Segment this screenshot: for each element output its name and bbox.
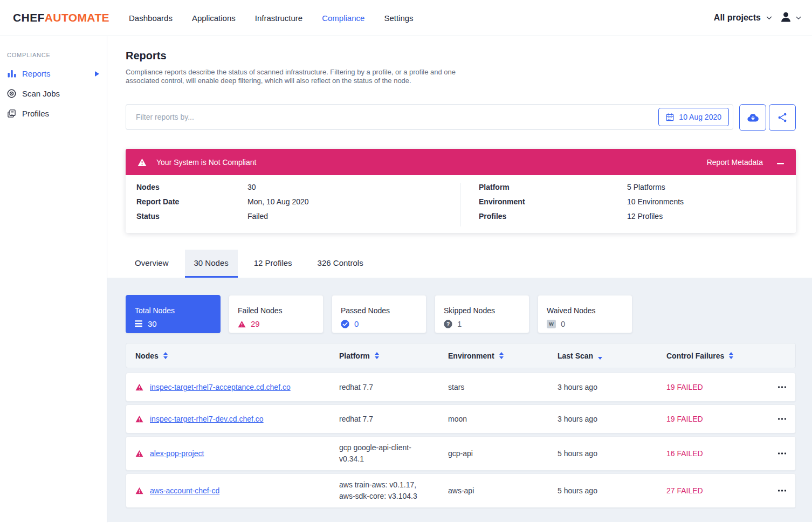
- warning-icon: [238, 320, 246, 328]
- table-row: inspec-target-rhel7-acceptance.cd.chef.c…: [126, 373, 796, 402]
- chevron-down-icon: [766, 16, 772, 20]
- node-environment: moon: [448, 415, 558, 423]
- topnav-right-controls: All projects: [714, 11, 801, 25]
- report-metadata-label[interactable]: Report Metadata: [707, 158, 763, 167]
- stat-card-skipped-nodes[interactable]: Skipped Nodes ? 1: [435, 295, 529, 333]
- tab-30-nodes[interactable]: 30 Nodes: [185, 250, 238, 278]
- row-menu-button[interactable]: [777, 415, 787, 423]
- user-menu-button[interactable]: [780, 11, 801, 25]
- ellipsis-icon: [778, 418, 786, 420]
- sort-icon: [375, 352, 379, 359]
- node-link[interactable]: alex-pop-project: [150, 449, 204, 458]
- nav-item-applications[interactable]: Applications: [192, 13, 236, 23]
- row-menu-button[interactable]: [777, 450, 787, 457]
- metadata-value: Failed: [247, 212, 268, 221]
- column-header-label: Nodes: [135, 352, 159, 360]
- metadata-row-nodes: Nodes 30: [136, 183, 460, 192]
- table-row: aws-account-chef-cd aws train-aws: v0.1.…: [126, 473, 796, 508]
- stat-card-total-nodes[interactable]: Total Nodes 30: [126, 295, 221, 333]
- node-status-failed-icon: [135, 415, 150, 423]
- reports-header-section: Reports Compliance reports describe the …: [107, 36, 812, 278]
- tab-12-profiles[interactable]: 12 Profiles: [245, 250, 301, 278]
- metadata-label: Environment: [479, 197, 627, 207]
- nodes-table: Nodes Platform Environment Last Scan Con…: [126, 343, 796, 508]
- date-picker-label: 10 Aug 2020: [679, 113, 721, 121]
- main-content: Reports Compliance reports describe the …: [107, 36, 812, 523]
- metadata-row-platform: Platform 5 Platforms: [479, 183, 796, 192]
- projects-filter-button[interactable]: All projects: [714, 13, 772, 23]
- stat-card-value: 0: [354, 319, 359, 328]
- row-menu-button[interactable]: [777, 383, 787, 391]
- stat-card-failed-nodes[interactable]: Failed Nodes 29: [229, 295, 324, 333]
- column-header-last-scan[interactable]: Last Scan: [558, 352, 666, 360]
- metadata-value: 10 Environments: [627, 197, 684, 207]
- column-header-nodes[interactable]: Nodes: [135, 352, 339, 360]
- sidebar-item-reports[interactable]: Reports: [0, 64, 107, 84]
- node-status-cards: Total Nodes 30 Failed Nodes 29 Passed No…: [126, 295, 796, 333]
- node-platform: redhat 7.7: [339, 414, 430, 425]
- report-summary-card: Your System is Not Compliant Report Meta…: [126, 149, 796, 233]
- column-header-environment[interactable]: Environment: [448, 352, 558, 360]
- report-metadata-panel: Nodes 30 Report Date Mon, 10 Aug 2020 St…: [126, 175, 796, 233]
- node-environment: aws-api: [448, 486, 558, 495]
- collapse-metadata-button[interactable]: [777, 156, 784, 168]
- tab-overview[interactable]: Overview: [126, 250, 178, 278]
- calendar-icon: [666, 113, 674, 121]
- stat-card-passed-nodes[interactable]: Passed Nodes 0: [332, 295, 426, 333]
- ellipsis-icon: [778, 490, 786, 492]
- filter-reports-input[interactable]: [126, 105, 658, 129]
- node-link[interactable]: aws-account-chef-cd: [150, 486, 219, 495]
- column-header-control-failures[interactable]: Control Failures: [666, 352, 768, 360]
- chef-automate-logo[interactable]: CHEFAUTOMATE: [13, 11, 109, 24]
- question-circle-icon: ?: [444, 320, 452, 328]
- chevron-down-icon: [796, 16, 801, 20]
- metadata-label: Profiles: [479, 212, 627, 221]
- node-link[interactable]: inspec-target-rhel7-acceptance.cd.chef.c…: [150, 383, 291, 391]
- metadata-value: Mon, 10 Aug 2020: [247, 197, 309, 207]
- metadata-row-environment: Environment 10 Environments: [479, 197, 796, 207]
- stat-card-label: Total Nodes: [135, 306, 220, 315]
- stat-card-label: Passed Nodes: [341, 306, 426, 315]
- nav-item-compliance[interactable]: Compliance: [322, 13, 364, 23]
- arrow-right-icon: [95, 71, 99, 77]
- nav-item-infrastructure[interactable]: Infrastructure: [255, 13, 302, 23]
- stat-card-waived-nodes[interactable]: Waived Nodes w 0: [538, 295, 632, 333]
- download-report-button[interactable]: [739, 104, 766, 131]
- nav-item-dashboards[interactable]: Dashboards: [129, 13, 173, 23]
- share-report-button[interactable]: [769, 104, 796, 131]
- column-header-platform[interactable]: Platform: [339, 352, 448, 360]
- sidebar-item-label: Scan Jobs: [22, 89, 60, 98]
- filter-toolbar: 10 Aug 2020: [126, 104, 796, 131]
- warning-icon: [137, 158, 147, 167]
- sidebar-item-scan-jobs[interactable]: Scan Jobs: [0, 84, 107, 104]
- sidebar-section-label: COMPLIANCE: [7, 52, 107, 58]
- table-row: alex-pop-project gcp google-api-client-v…: [126, 436, 796, 471]
- row-menu-button[interactable]: [777, 487, 787, 494]
- node-control-failures: 19 FAILED: [666, 383, 768, 391]
- date-picker-button[interactable]: 10 Aug 2020: [658, 108, 729, 126]
- sort-icon: [499, 352, 504, 359]
- sort-icon: [163, 352, 168, 359]
- stat-card-label: Skipped Nodes: [444, 306, 529, 315]
- metadata-value: 5 Platforms: [627, 183, 665, 192]
- tab-326-controls[interactable]: 326 Controls: [308, 250, 373, 278]
- node-control-failures: 16 FAILED: [666, 449, 768, 458]
- filter-bar: 10 Aug 2020: [126, 104, 733, 130]
- node-link[interactable]: inspec-target-rhel7-dev.cd.chef.co: [150, 415, 264, 423]
- ellipsis-icon: [778, 386, 786, 388]
- node-last-scan: 3 hours ago: [558, 383, 666, 391]
- stat-card-value: 30: [148, 319, 157, 328]
- node-status-failed-icon: [135, 487, 150, 494]
- nav-item-settings[interactable]: Settings: [384, 13, 413, 23]
- sidebar-item-profiles[interactable]: Profiles: [0, 104, 107, 123]
- metadata-row-report-date: Report Date Mon, 10 Aug 2020: [136, 197, 460, 207]
- stat-card-label: Waived Nodes: [547, 306, 632, 315]
- sort-icon: [729, 352, 733, 359]
- metadata-row-status: Status Failed: [136, 212, 460, 221]
- list-icon: [135, 320, 143, 327]
- node-control-failures: 19 FAILED: [666, 415, 768, 423]
- svg-text:?: ?: [446, 321, 450, 327]
- page-title: Reports: [126, 50, 796, 62]
- primary-nav: DashboardsApplicationsInfrastructureComp…: [129, 13, 414, 23]
- nodes-section: Total Nodes 30 Failed Nodes 29 Passed No…: [107, 278, 812, 522]
